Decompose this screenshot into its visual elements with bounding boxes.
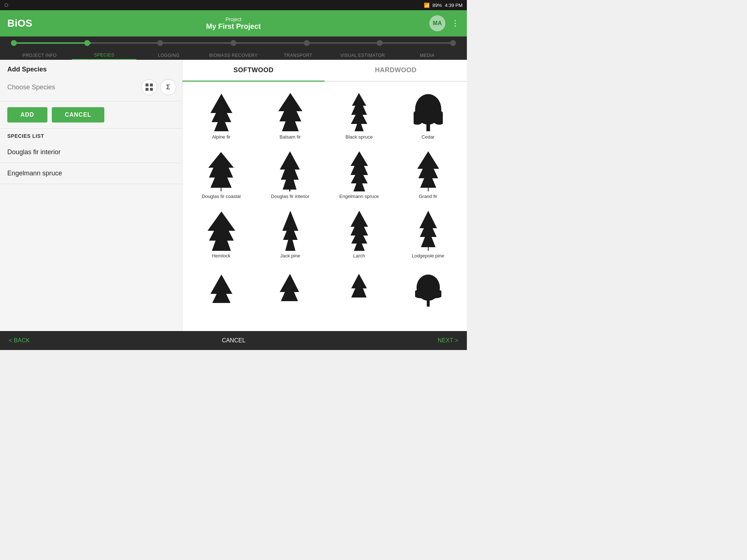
tree-icon-douglas-fir-interior xyxy=(274,151,307,191)
cancel-button[interactable]: CANCEL xyxy=(52,107,105,122)
svg-marker-4 xyxy=(210,94,232,131)
species-cell-more4[interactable] xyxy=(395,266,461,317)
add-species-title: Add Species xyxy=(0,60,182,79)
next-button[interactable]: NEXT > xyxy=(438,337,458,344)
tab-project-info[interactable]: PROJECT INFO xyxy=(7,53,72,59)
menu-dots-icon[interactable]: ⋮ xyxy=(451,19,460,28)
more3-svg xyxy=(349,274,369,307)
battery-text: 89% xyxy=(433,3,442,8)
time-text: 4:39 PM xyxy=(445,3,462,8)
tab-media[interactable]: MEDIA xyxy=(395,53,460,59)
svg-marker-16 xyxy=(417,151,439,191)
lodgepole-pine-label: Lodgepole pine xyxy=(412,253,444,258)
back-button[interactable]: < BACK xyxy=(9,337,30,344)
more1-svg xyxy=(209,274,234,307)
tab-softwood[interactable]: SOFTWOOD xyxy=(182,60,325,82)
species-cell-balsam-fir[interactable]: Balsam fir xyxy=(257,88,323,144)
species-cell-more2[interactable] xyxy=(257,266,323,317)
avatar[interactable]: MA xyxy=(429,15,445,31)
project-info: Project My First Project xyxy=(206,16,261,31)
larch-svg xyxy=(348,211,371,251)
species-cell-douglas-fir-interior[interactable]: Douglas fir interior xyxy=(257,147,323,203)
species-cell-grand-fir[interactable]: Grand fir xyxy=(395,147,461,203)
grid-icon-button[interactable] xyxy=(141,79,157,95)
tree-icon-grand-fir xyxy=(412,151,445,191)
lodgepole-pine-svg xyxy=(416,211,441,251)
species-cell-hemlock[interactable]: Hemlock xyxy=(188,206,254,263)
svg-marker-13 xyxy=(208,152,234,191)
svg-rect-2 xyxy=(146,88,148,91)
svg-rect-25 xyxy=(427,299,430,307)
more2-svg xyxy=(278,274,302,307)
species-cell-cedar[interactable]: Cedar xyxy=(395,88,461,144)
svg-marker-18 xyxy=(282,211,298,251)
grid-icon xyxy=(146,83,153,91)
progress-line-fill xyxy=(11,42,91,44)
tree-icon-alpine-fir xyxy=(205,92,238,132)
project-label: Project xyxy=(206,16,261,22)
jack-pine-svg xyxy=(279,211,301,251)
progress-dot-1 xyxy=(11,40,17,46)
svg-marker-17 xyxy=(208,211,235,251)
douglas-fir-interior-label: Douglas fir interior xyxy=(271,194,310,199)
tree-icon-engelmann-spruce xyxy=(343,151,376,191)
species-cell-alpine-fir[interactable]: Alpine fir xyxy=(188,88,254,144)
add-button[interactable]: ADD xyxy=(7,107,47,122)
list-item[interactable]: Douglas fir interior xyxy=(0,142,182,163)
choose-species-input[interactable] xyxy=(7,81,138,94)
tree-icon-black-spruce xyxy=(343,92,376,132)
svg-marker-23 xyxy=(351,274,367,298)
nav-bar: PROJECT INFO SPECIES LOGGING BIOMASS REC… xyxy=(0,36,467,60)
sigma-icon: Σ xyxy=(166,83,170,91)
engelmann-spruce-label: Engelmann spruce xyxy=(339,194,379,199)
cedar-svg xyxy=(414,93,443,131)
species-cell-more3[interactable] xyxy=(326,266,392,317)
svg-marker-6 xyxy=(351,93,367,131)
progress-dot-2 xyxy=(84,40,90,46)
bottom-cancel-button[interactable]: CANCEL xyxy=(30,337,437,344)
tab-biomass-recovery[interactable]: BIOMASS RECOVERY xyxy=(201,53,266,59)
species-cell-engelmann-spruce[interactable]: Engelmann spruce xyxy=(326,147,392,203)
svg-marker-5 xyxy=(278,93,302,131)
tab-hardwood[interactable]: HARDWOOD xyxy=(325,60,467,81)
tree-icon-douglas-fir-coastal xyxy=(205,151,238,191)
tree-icon-balsam-fir xyxy=(274,92,307,132)
app-logo: BiOS xyxy=(7,18,32,29)
species-cell-lodgepole-pine[interactable]: Lodgepole pine xyxy=(395,206,461,263)
species-cell-more1[interactable] xyxy=(188,266,254,317)
progress-dot-5 xyxy=(304,40,310,46)
species-cell-larch[interactable]: Larch xyxy=(326,206,392,263)
balsam-fir-label: Balsam fir xyxy=(280,134,301,140)
list-item[interactable]: Engelmann spruce xyxy=(0,163,182,184)
hemlock-label: Hemlock xyxy=(212,253,231,258)
species-cell-black-spruce[interactable]: Black spruce xyxy=(326,88,392,144)
tab-transport[interactable]: TRANSPORT xyxy=(266,53,330,59)
svg-marker-15 xyxy=(351,151,368,191)
alpine-fir-label: Alpine fir xyxy=(212,134,231,140)
grand-fir-label: Grand fir xyxy=(419,194,437,199)
tree-icon-more2 xyxy=(274,270,307,310)
progress-dot-7 xyxy=(450,40,456,46)
svg-marker-20 xyxy=(419,211,437,251)
hemlock-svg xyxy=(207,211,236,251)
species-input-row: Σ xyxy=(0,79,182,101)
sigma-icon-button[interactable]: Σ xyxy=(160,79,176,95)
more4-svg xyxy=(415,274,441,307)
tab-species[interactable]: SPECIES xyxy=(72,52,136,60)
tree-icon-more4 xyxy=(412,270,445,310)
svg-marker-19 xyxy=(351,211,368,251)
progress-dot-4 xyxy=(231,40,236,46)
species-list-title: SPECIES LIST xyxy=(0,129,182,142)
header-right: MA ⋮ xyxy=(429,15,460,31)
species-cell-jack-pine[interactable]: Jack pine xyxy=(257,206,323,263)
tab-logging[interactable]: LOGGING xyxy=(136,53,201,59)
wifi-icon: 📶 xyxy=(424,3,430,8)
balsam-fir-svg xyxy=(278,93,303,131)
main-content: Add Species Σ ADD CANCEL SPECIES LIST Do… xyxy=(0,60,467,331)
progress-dot-6 xyxy=(377,40,383,46)
svg-marker-21 xyxy=(210,275,232,303)
svg-rect-3 xyxy=(150,88,153,91)
tab-visual-estimator[interactable]: VISUAL ESTIMATOR xyxy=(330,53,395,59)
species-cell-douglas-fir-coastal[interactable]: Douglas fir coastal xyxy=(188,147,254,203)
tree-icon-cedar xyxy=(412,92,445,132)
